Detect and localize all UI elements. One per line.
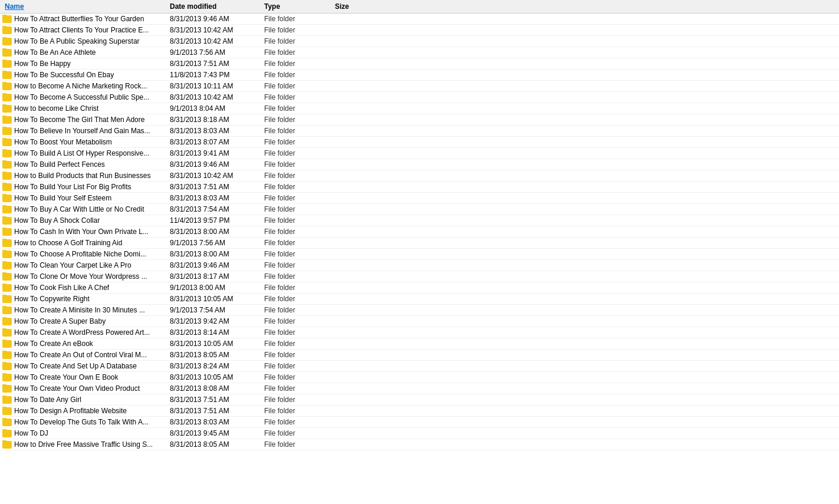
file-name-cell: How to become Like Christ <box>2 104 167 113</box>
file-name-text: How To Attract Butterflies To Your Garde… <box>14 15 144 23</box>
file-size <box>333 209 380 210</box>
folder-icon <box>2 161 12 169</box>
file-date: 8/31/2013 10:42 AM <box>167 171 262 180</box>
file-name-cell: How To Build Your Self Esteem <box>2 194 167 202</box>
size-column-header[interactable]: Size <box>333 1 380 12</box>
table-row[interactable]: How to Build Products that Run Businesse… <box>0 170 839 182</box>
table-row[interactable]: How To Cook Fish Like A Chef9/1/2013 8:0… <box>0 282 839 294</box>
file-size <box>333 253 380 255</box>
table-row[interactable]: How To Create Your Own E Book8/31/2013 1… <box>0 372 839 383</box>
table-row[interactable]: How To Copywrite Right8/31/2013 10:05 AM… <box>0 294 839 305</box>
table-row[interactable]: How To Build Perfect Fences8/31/2013 9:4… <box>0 159 839 170</box>
file-type: File folder <box>262 37 333 46</box>
file-name-cell: How To Be A Public Speaking Superstar <box>2 37 167 45</box>
folder-icon <box>2 49 12 57</box>
file-date: 8/31/2013 9:46 AM <box>167 261 262 270</box>
file-name-text: How To Be Successful On Ebay <box>14 71 114 79</box>
table-row[interactable]: How To DJ8/31/2013 9:45 AMFile folder <box>0 428 839 439</box>
file-name-text: How To Build Perfect Fences <box>14 160 105 169</box>
table-row[interactable]: How To Create A WordPress Powered Art...… <box>0 327 839 338</box>
file-size <box>333 186 380 187</box>
file-date: 8/31/2013 10:42 AM <box>167 37 262 46</box>
file-size <box>333 41 380 42</box>
file-name-cell: How To Buy A Shock Collar <box>2 216 167 225</box>
file-name-text: How To Create Your Own E Book <box>14 373 119 381</box>
file-type: File folder <box>262 126 333 136</box>
file-date: 8/31/2013 7:51 AM <box>167 182 262 192</box>
table-row[interactable]: How To Date Any Girl8/31/2013 7:51 AMFil… <box>0 394 839 406</box>
file-name-text: How To Design A Profitable Website <box>14 407 127 415</box>
table-row[interactable]: How To Create A Minisite In 30 Minutes .… <box>0 305 839 316</box>
table-row[interactable]: How To Create And Set Up A Database8/31/… <box>0 361 839 372</box>
table-row[interactable]: How to Drive Free Massive Traffic Using … <box>0 439 839 450</box>
table-row[interactable]: How To Build Your Self Esteem8/31/2013 8… <box>0 193 839 204</box>
table-row[interactable]: How To Be Successful On Ebay11/8/2013 7:… <box>0 70 839 81</box>
table-row[interactable]: How To Be Happy8/31/2013 7:51 AMFile fol… <box>0 58 839 70</box>
file-size <box>333 298 380 299</box>
table-row[interactable]: How To Become A Successful Public Spe...… <box>0 92 839 103</box>
table-row[interactable]: How To Design A Profitable Website8/31/2… <box>0 406 839 417</box>
file-name-text: How to Drive Free Massive Traffic Using … <box>14 440 153 449</box>
file-name-cell: How To Be An Ace Athlete <box>2 48 167 57</box>
file-size <box>333 332 380 333</box>
file-name-text: How to Choose A Golf Training Aid <box>14 239 122 247</box>
table-row[interactable]: How To Boost Your Metabolism8/31/2013 8:… <box>0 137 839 148</box>
file-name-cell: How To Develop The Guts To Talk With A..… <box>2 418 167 426</box>
table-row[interactable]: How To Create A Super Baby8/31/2013 9:42… <box>0 316 839 327</box>
table-row[interactable]: How To Create An eBook8/31/2013 10:05 AM… <box>0 338 839 350</box>
table-row[interactable]: How To Develop The Guts To Talk With A..… <box>0 417 839 428</box>
file-date: 8/31/2013 10:05 AM <box>167 373 262 382</box>
folder-icon <box>2 127 12 135</box>
folder-icon <box>2 262 12 269</box>
date-column-header[interactable]: Date modified <box>167 1 262 12</box>
file-date: 8/31/2013 9:42 AM <box>167 317 262 326</box>
folder-icon <box>2 407 12 415</box>
table-row[interactable]: How To Buy A Car With Little or No Credi… <box>0 204 839 215</box>
file-type: File folder <box>262 339 333 348</box>
file-size <box>333 421 380 423</box>
table-row[interactable]: How To Build A List Of Hyper Responsive.… <box>0 148 839 159</box>
file-date: 8/31/2013 7:54 AM <box>167 205 262 214</box>
file-name-text: How To Build Your Self Esteem <box>14 194 111 202</box>
table-row[interactable]: How To Attract Butterflies To Your Garde… <box>0 14 839 25</box>
folder-icon <box>2 116 12 124</box>
file-type: File folder <box>262 328 333 337</box>
table-row[interactable]: How To Clean Your Carpet Like A Pro8/31/… <box>0 260 839 271</box>
file-type: File folder <box>262 317 333 326</box>
table-row[interactable]: How To Be A Public Speaking Superstar8/3… <box>0 36 839 47</box>
table-row[interactable]: How To Create An Out of Control Viral M.… <box>0 350 839 361</box>
table-row[interactable]: How to Become A Niche Marketing Rock...8… <box>0 81 839 92</box>
folder-icon <box>2 329 12 337</box>
table-row[interactable]: How To Attract Clients To Your Practice … <box>0 25 839 36</box>
type-column-header[interactable]: Type <box>262 1 333 12</box>
file-name-text: How To Cook Fish Like A Chef <box>14 284 109 292</box>
table-row[interactable]: How To Become The Girl That Men Adore8/3… <box>0 114 839 126</box>
file-type: File folder <box>262 261 333 270</box>
folder-icon <box>2 183 12 191</box>
folder-icon <box>2 150 12 157</box>
file-explorer-container[interactable]: Name Date modified Type Size How To Attr… <box>0 0 839 504</box>
file-date: 8/31/2013 9:46 AM <box>167 160 262 169</box>
table-row[interactable]: How To Believe In Yourself And Gain Mas.… <box>0 126 839 137</box>
file-size <box>333 175 380 176</box>
file-date: 11/8/2013 7:43 PM <box>167 70 262 80</box>
file-size <box>333 410 380 411</box>
table-row[interactable]: How To Choose A Profitable Niche Domi...… <box>0 249 839 260</box>
table-row[interactable]: How to become Like Christ9/1/2013 8:04 A… <box>0 103 839 114</box>
table-row[interactable]: How To Build Your List For Big Profits8/… <box>0 182 839 193</box>
table-row[interactable]: How to Choose A Golf Training Aid9/1/201… <box>0 238 839 249</box>
table-row[interactable]: How To Create Your Own Video Product8/31… <box>0 383 839 394</box>
file-size <box>333 197 380 199</box>
table-row[interactable]: How To Buy A Shock Collar11/4/2013 9:57 … <box>0 215 839 226</box>
table-row[interactable]: How To Clone Or Move Your Wordpress ...8… <box>0 271 839 282</box>
file-date: 8/31/2013 10:42 AM <box>167 25 262 35</box>
file-name-cell: How To Build Your List For Big Profits <box>2 183 167 191</box>
table-row[interactable]: How To Cash In With Your Own Private L..… <box>0 226 839 238</box>
name-column-header[interactable]: Name <box>2 1 167 12</box>
file-name-cell: How To Create A Minisite In 30 Minutes .… <box>2 306 167 314</box>
file-name-cell: How To Clean Your Carpet Like A Pro <box>2 261 167 269</box>
folder-icon <box>2 363 12 370</box>
file-name-cell: How To Believe In Yourself And Gain Mas.… <box>2 127 167 135</box>
table-row[interactable]: How To Be An Ace Athlete9/1/2013 7:56 AM… <box>0 47 839 58</box>
file-size <box>333 220 380 221</box>
